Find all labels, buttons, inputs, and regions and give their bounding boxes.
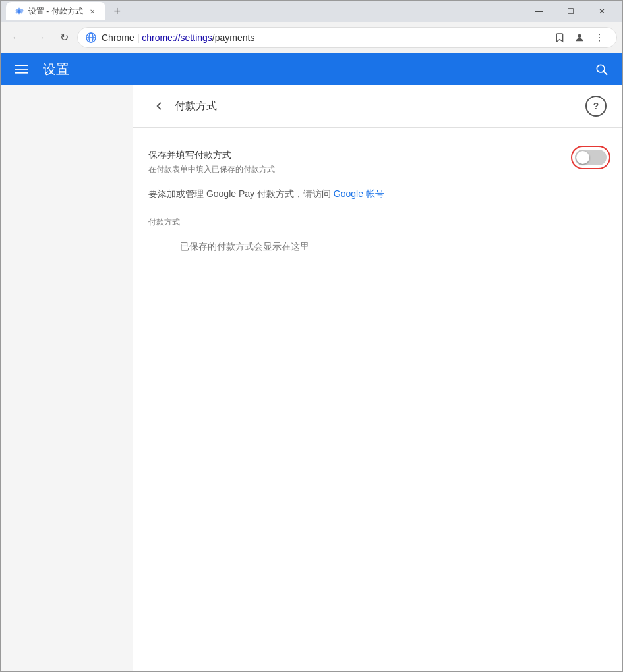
settings-content: 付款方式 ? 保存并填写付款方式 在付款表单中填入已保存的付款方式	[1, 85, 622, 671]
nav-bar: ← → ↻ Chrome | chrome://settings/payment…	[1, 22, 622, 53]
close-button[interactable]: ✕	[587, 1, 617, 22]
address-bar[interactable]: Chrome | chrome://settings/payments	[77, 27, 617, 48]
payment-methods-section-label: 付款方式	[148, 211, 607, 231]
new-tab-button[interactable]: +	[108, 2, 127, 20]
active-tab[interactable]: 设置 - 付款方式 ✕	[6, 2, 105, 20]
url-display: Chrome | chrome://settings/payments	[102, 32, 545, 43]
google-pay-row: 要添加或管理 Google Pay 付款方式，请访问 Google 帐号	[148, 183, 607, 211]
account-icon[interactable]	[570, 28, 589, 47]
browser-window: 设置 - 付款方式 ✕ + — ☐ ✕ ← → ↻ Chrome | chr	[0, 0, 623, 672]
reload-button[interactable]: ↻	[53, 27, 74, 48]
search-settings-button[interactable]	[591, 59, 612, 80]
toggle-thumb	[576, 151, 589, 164]
url-scheme: chrome://	[142, 32, 180, 43]
forward-nav-button[interactable]: →	[30, 27, 51, 48]
page-back-button[interactable]	[148, 96, 169, 117]
svg-rect-9	[15, 72, 28, 74]
browser-content: 设置 付款方式 ?	[1, 53, 622, 671]
tab-favicon	[14, 6, 24, 16]
tab-close-button[interactable]: ✕	[87, 6, 98, 16]
svg-point-3	[578, 34, 581, 37]
url-path: /payments	[212, 32, 255, 43]
tab-title: 设置 - 付款方式	[28, 6, 83, 17]
svg-rect-7	[15, 65, 28, 66]
save-fill-label: 保存并填写付款方式	[148, 150, 575, 161]
save-fill-row: 保存并填写付款方式 在付款表单中填入已保存的付款方式	[148, 142, 607, 183]
save-fill-section: 保存并填写付款方式 在付款表单中填入已保存的付款方式 要添加或管理 Goo	[133, 128, 622, 277]
save-fill-info: 保存并填写付款方式 在付款表单中填入已保存的付款方式	[148, 150, 575, 175]
url-settings: settings	[181, 32, 212, 43]
svg-point-4	[599, 34, 600, 35]
google-account-link[interactable]: Google 帐号	[334, 188, 384, 199]
menu-icon[interactable]	[590, 28, 608, 47]
svg-point-5	[599, 37, 600, 38]
payment-page-title: 付款方式	[175, 99, 585, 113]
settings-main-panel: 付款方式 ? 保存并填写付款方式 在付款表单中填入已保存的付款方式	[133, 85, 622, 671]
sidebar-panel	[1, 85, 133, 671]
toggle-highlight-box	[575, 150, 607, 165]
save-fill-desc: 在付款表单中填入已保存的付款方式	[148, 164, 575, 175]
window-controls: — ☐ ✕	[523, 1, 617, 22]
svg-point-6	[599, 40, 600, 41]
minimize-button[interactable]: —	[523, 1, 554, 22]
back-nav-button[interactable]: ←	[6, 27, 27, 48]
chrome-label: Chrome	[102, 32, 134, 43]
bookmark-icon[interactable]	[550, 28, 569, 47]
title-bar: 设置 - 付款方式 ✕ + — ☐ ✕	[1, 1, 622, 22]
google-pay-text-before: 要添加或管理 Google Pay 付款方式，请访问	[148, 188, 331, 199]
address-right-icons	[550, 28, 608, 47]
page-header: 付款方式 ?	[133, 85, 622, 128]
hamburger-menu[interactable]	[11, 59, 32, 80]
tab-strip: 设置 - 付款方式 ✕ +	[6, 2, 523, 20]
saved-payments-placeholder: 已保存的付款方式会显示在这里	[148, 231, 607, 264]
svg-line-11	[604, 72, 607, 75]
save-fill-toggle[interactable]	[575, 150, 607, 165]
svg-rect-8	[15, 69, 28, 70]
settings-top-bar: 设置	[1, 53, 622, 85]
maximize-button[interactable]: ☐	[555, 1, 585, 22]
site-icon	[86, 32, 96, 43]
settings-page-title: 设置	[43, 61, 580, 78]
help-button[interactable]: ?	[585, 96, 607, 117]
